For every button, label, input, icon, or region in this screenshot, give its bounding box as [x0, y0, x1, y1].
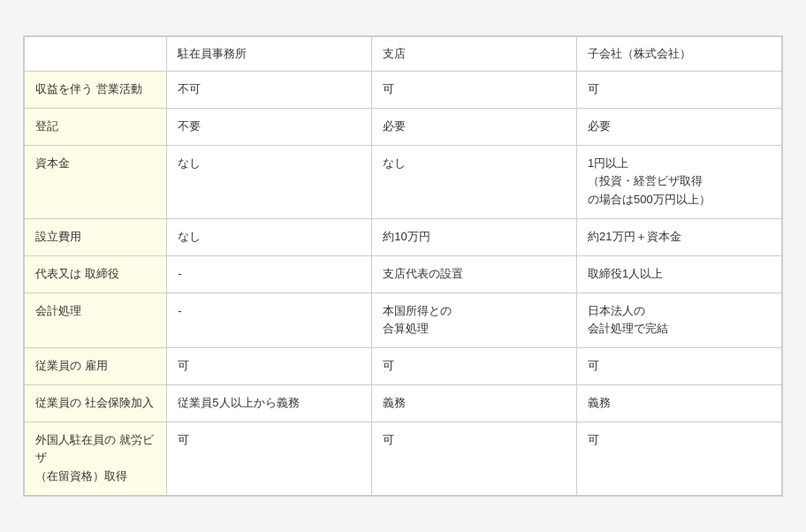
- table-row: 収益を伴う 営業活動不可可可: [25, 71, 782, 108]
- row-label: 従業員の 社会保険加入: [25, 384, 167, 422]
- table-row: 資本金なしなし1円以上 （投資・経営ビザ取得 の場合は500万円以上）: [25, 145, 782, 218]
- table-row: 従業員の 社会保険加入従業員5人以上から義務義務義務: [25, 384, 782, 422]
- table-row: 登記不要必要必要: [25, 108, 782, 145]
- table-row: 代表又は 取締役-支店代表の設置取締役1人以上: [25, 255, 782, 293]
- header-kogaisha: 子会社（株式会社）: [577, 36, 782, 71]
- row-kogaisha: 可: [577, 422, 782, 495]
- row-shiten: 約10万円: [372, 218, 577, 255]
- header-shiten: 支店: [372, 36, 577, 71]
- row-chuzaiin: 不要: [167, 108, 372, 145]
- table-row: 会計処理-本国所得との 合算処理日本法人の 会計処理で完結: [25, 293, 782, 348]
- row-chuzaiin: 従業員5人以上から義務: [167, 384, 372, 422]
- comparison-table-wrapper: 駐在員事務所 支店 子会社（株式会社） 収益を伴う 営業活動不可可可登記不要必要…: [23, 35, 783, 497]
- row-shiten: 義務: [372, 384, 577, 422]
- row-chuzaiin: なし: [167, 218, 372, 255]
- row-label: 従業員の 雇用: [25, 348, 167, 385]
- row-kogaisha: 義務: [577, 384, 782, 422]
- row-label: 代表又は 取締役: [25, 255, 167, 293]
- row-shiten: 可: [372, 348, 577, 385]
- row-chuzaiin: -: [167, 293, 372, 348]
- table-row: 設立費用なし約10万円約21万円＋資本金: [25, 218, 782, 255]
- row-kogaisha: 可: [577, 348, 782, 385]
- row-kogaisha: 日本法人の 会計処理で完結: [577, 293, 782, 348]
- row-label: 設立費用: [25, 218, 167, 255]
- row-label: 会計処理: [25, 293, 167, 348]
- header-chuzaiin: 駐在員事務所: [167, 36, 372, 71]
- table-header-row: 駐在員事務所 支店 子会社（株式会社）: [25, 36, 782, 71]
- header-category: [25, 36, 167, 71]
- row-chuzaiin: 可: [167, 348, 372, 385]
- row-chuzaiin: 不可: [167, 71, 372, 108]
- row-shiten: 本国所得との 合算処理: [372, 293, 577, 348]
- row-chuzaiin: なし: [167, 145, 372, 218]
- row-chuzaiin: -: [167, 255, 372, 293]
- row-shiten: 支店代表の設置: [372, 255, 577, 293]
- row-shiten: 可: [372, 71, 577, 108]
- row-chuzaiin: 可: [167, 422, 372, 495]
- row-kogaisha: 取締役1人以上: [577, 255, 782, 293]
- row-label: 収益を伴う 営業活動: [25, 71, 167, 108]
- row-kogaisha: 約21万円＋資本金: [577, 218, 782, 255]
- row-kogaisha: 1円以上 （投資・経営ビザ取得 の場合は500万円以上）: [577, 145, 782, 218]
- table-row: 従業員の 雇用可可可: [25, 348, 782, 385]
- table-row: 外国人駐在員の 就労ビザ （在留資格）取得可可可: [25, 422, 782, 495]
- row-label: 登記: [25, 108, 167, 145]
- row-kogaisha: 可: [577, 71, 782, 108]
- row-label: 外国人駐在員の 就労ビザ （在留資格）取得: [25, 422, 167, 495]
- row-shiten: なし: [372, 145, 577, 218]
- row-shiten: 可: [372, 422, 577, 495]
- comparison-table: 駐在員事務所 支店 子会社（株式会社） 収益を伴う 営業活動不可可可登記不要必要…: [24, 36, 782, 496]
- row-shiten: 必要: [372, 108, 577, 145]
- row-kogaisha: 必要: [577, 108, 782, 145]
- row-label: 資本金: [25, 145, 167, 218]
